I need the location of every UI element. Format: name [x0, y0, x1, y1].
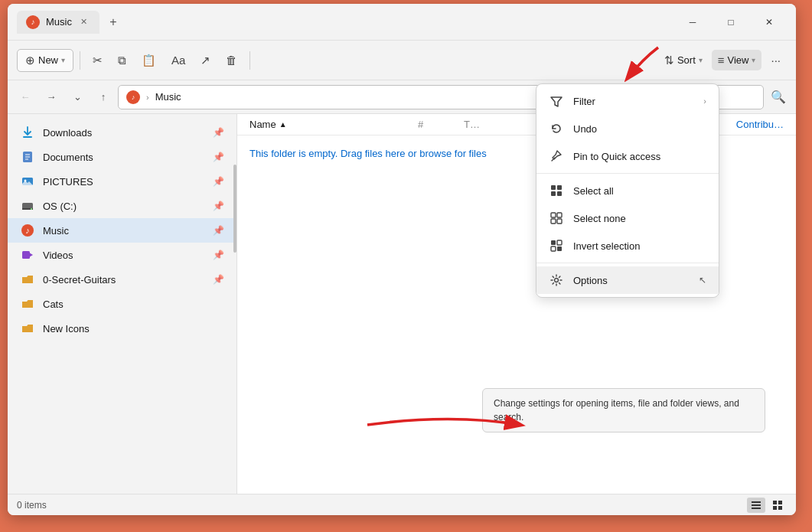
- item-count: 0 items: [17, 500, 47, 511]
- title-header-label: T…: [464, 119, 480, 130]
- svg-rect-17: [773, 501, 777, 504]
- svg-rect-20: [778, 506, 782, 510]
- menu-item-invert[interactable]: Invert selection: [536, 232, 719, 259]
- svg-rect-0: [23, 136, 32, 138]
- name-header-label: Name: [249, 119, 276, 130]
- sidebar-item-osc[interactable]: OS (C:) 📌: [8, 194, 236, 218]
- filter-label: Filter: [573, 96, 595, 107]
- invert-label: Invert selection: [573, 240, 640, 252]
- menu-item-undo[interactable]: Undo: [536, 115, 719, 142]
- sidebar-new-icons-label: New Icons: [43, 323, 90, 335]
- sidebar-cats-label: Cats: [43, 299, 64, 310]
- menu-item-pin[interactable]: Pin to Quick access: [536, 142, 719, 170]
- toolbar-divider-2: [249, 51, 250, 70]
- new-chevron-icon: ▾: [61, 56, 65, 64]
- cut-button[interactable]: ✂: [86, 50, 109, 71]
- status-bar: 0 items: [8, 494, 796, 515]
- num-column-header[interactable]: #: [418, 119, 464, 130]
- menu-item-select-none[interactable]: Select none: [536, 204, 719, 232]
- menu-item-options[interactable]: Options ↖: [536, 266, 719, 294]
- paste-button[interactable]: 📋: [135, 50, 162, 71]
- pin-icon: [549, 149, 564, 164]
- select-none-icon: [549, 211, 564, 226]
- address-music-icon: ♪: [126, 90, 140, 104]
- svg-rect-23: [557, 185, 562, 190]
- documents-icon: [20, 149, 35, 165]
- music-pin-icon: 📌: [213, 225, 224, 236]
- new-plus-icon: ⊕: [25, 54, 35, 67]
- view-button[interactable]: ≡ View ▾: [712, 50, 762, 70]
- new-tab-button[interactable]: +: [103, 11, 124, 33]
- music-icon: ♪: [20, 223, 35, 238]
- cursor-indicator: ↖: [699, 275, 706, 286]
- sidebar-item-secret-guitars[interactable]: 0-Secret-Guitars 📌: [8, 267, 236, 292]
- sidebar: Downloads 📌 Documents 📌 PICTURES: [8, 114, 237, 494]
- name-sort-arrow: ▲: [279, 120, 287, 129]
- pin-label: Pin to Quick access: [573, 151, 660, 162]
- svg-rect-26: [551, 213, 556, 217]
- videos-pin-icon: 📌: [213, 250, 224, 260]
- sidebar-item-documents[interactable]: Documents 📌: [8, 145, 236, 169]
- menu-item-filter[interactable]: Filter ›: [536, 87, 719, 115]
- contrib-column-header[interactable]: Contribu…: [736, 119, 784, 130]
- list-view-button[interactable]: [747, 498, 765, 513]
- dropdown-button[interactable]: ⌄: [66, 86, 89, 109]
- pictures-icon: [20, 174, 35, 189]
- more-button[interactable]: ···: [765, 50, 787, 70]
- sidebar-scrollbar[interactable]: [233, 165, 236, 253]
- filter-icon: [549, 93, 564, 109]
- svg-rect-22: [551, 185, 556, 190]
- sidebar-item-videos[interactable]: Videos 📌: [8, 243, 236, 267]
- pictures-pin-icon: 📌: [213, 176, 224, 187]
- name-column-header[interactable]: Name ▲: [249, 119, 418, 130]
- grid-view-button[interactable]: [768, 498, 787, 513]
- rename-button[interactable]: Aa: [165, 50, 191, 70]
- address-location: Music: [155, 91, 181, 103]
- view-icon: ≡: [718, 54, 725, 67]
- annotation-arrow-2: [360, 406, 543, 444]
- sidebar-item-pictures[interactable]: PICTURES 📌: [8, 169, 236, 194]
- contrib-header-label: Contribu…: [736, 119, 784, 130]
- videos-icon: [20, 247, 35, 263]
- up-button[interactable]: ↑: [92, 86, 115, 109]
- forward-button[interactable]: →: [40, 86, 63, 109]
- empty-link[interactable]: browse for files: [419, 148, 486, 159]
- drive-icon: [20, 198, 35, 214]
- new-button[interactable]: ⊕ New ▾: [17, 49, 73, 72]
- address-box[interactable]: ♪ › Music ⌄: [118, 85, 582, 109]
- svg-rect-19: [773, 506, 777, 510]
- share-button[interactable]: ↗: [194, 50, 217, 71]
- filter-chevron-icon: ›: [703, 96, 706, 106]
- menu-divider-2: [536, 263, 719, 263]
- sidebar-item-cats[interactable]: Cats: [8, 292, 236, 316]
- dropdown-menu: Filter › Undo Pin to Quick access Select…: [536, 83, 719, 298]
- sidebar-item-downloads[interactable]: Downloads 📌: [8, 120, 236, 145]
- svg-rect-30: [551, 240, 556, 245]
- search-button[interactable]: 🔍: [767, 86, 790, 109]
- active-tab[interactable]: ♪ Music ✕: [17, 11, 99, 34]
- sidebar-music-label: Music: [43, 225, 69, 237]
- sidebar-documents-label: Documents: [43, 152, 93, 163]
- select-all-label: Select all: [573, 185, 614, 197]
- svg-rect-33: [557, 246, 562, 251]
- svg-rect-14: [752, 501, 761, 503]
- back-button[interactable]: ←: [14, 86, 37, 109]
- share-icon: ↗: [201, 54, 210, 67]
- menu-item-select-all[interactable]: Select all: [536, 177, 719, 204]
- delete-button[interactable]: 🗑: [220, 50, 243, 70]
- svg-rect-28: [551, 219, 556, 224]
- paste-icon: 📋: [142, 54, 156, 67]
- new-label: New: [38, 54, 58, 66]
- maximize-button[interactable]: □: [713, 10, 748, 34]
- tab-close-button[interactable]: ✕: [78, 16, 90, 28]
- sidebar-item-new-icons[interactable]: New Icons: [8, 316, 236, 341]
- minimize-button[interactable]: ─: [675, 10, 710, 34]
- sidebar-pictures-label: PICTURES: [43, 176, 93, 188]
- sidebar-item-music[interactable]: ♪ Music 📌: [8, 218, 236, 243]
- sidebar-videos-label: Videos: [43, 250, 73, 261]
- svg-rect-18: [778, 501, 782, 504]
- undo-label: Undo: [573, 123, 597, 135]
- close-button[interactable]: ✕: [752, 10, 787, 34]
- copy-button[interactable]: ⧉: [112, 50, 132, 71]
- rename-icon: Aa: [171, 54, 185, 67]
